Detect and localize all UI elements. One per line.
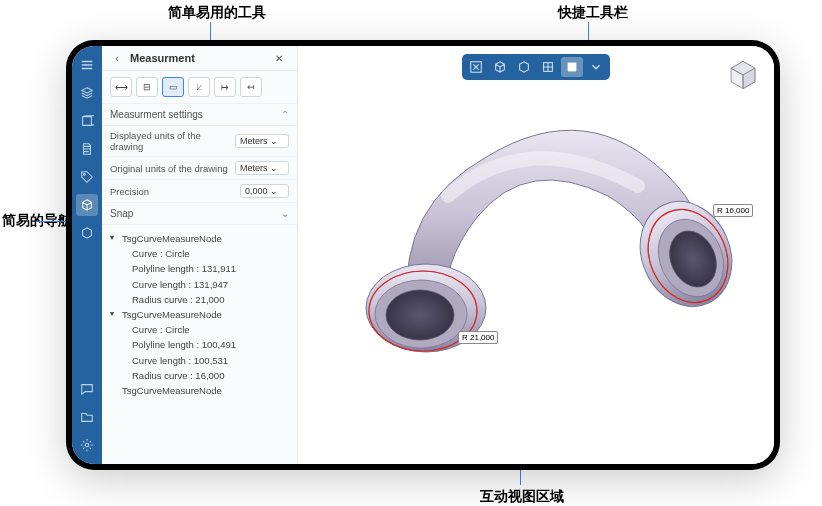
nav-tag-icon[interactable] [76,166,98,188]
tablet-device-frame: ‹ Measurment ✕ ⟷ ⊟ ▭ ⟀ ↦ ↤ Measurment se… [66,40,780,470]
snap-header-label: Snap [110,208,133,219]
measurement-tree: ▾TsgCurveMeasureNode Curve : Circle Poly… [102,225,297,404]
nav-menu-icon[interactable] [76,54,98,76]
tool-angle[interactable]: ⟀ [188,77,210,97]
callout-quickbar-label: 快捷工具栏 [558,4,628,22]
nav-settings-icon[interactable] [76,434,98,456]
chevron-down-icon: ⌄ [281,208,289,219]
tool-row: ⟷ ⊟ ▭ ⟀ ↦ ↤ [102,71,297,104]
original-units-row: Original units of the drawing Meters ⌄ [102,157,297,180]
nav-shape-icon[interactable] [76,110,98,132]
qt-wireframe-icon[interactable] [537,57,559,77]
panel-header: ‹ Measurment ✕ [102,46,297,71]
setting-label: Original units of the drawing [110,163,235,174]
callout-tools-label: 简单易用的工具 [168,4,266,22]
displayed-units-row: Displayed units of the drawing Meters ⌄ [102,126,297,157]
qt-shaded-icon[interactable] [561,57,583,77]
tree-child: Polyline length : 131,911 [110,261,289,276]
tool-dimension[interactable]: ⊟ [136,77,158,97]
tree-child: Radius curve : 16,000 [110,368,289,383]
tree-node[interactable]: TsgCurveMeasureNode [110,383,289,398]
tree-child: Curve : Circle [110,322,289,337]
qt-box-icon[interactable] [489,57,511,77]
nav-cube-icon[interactable] [76,194,98,216]
precision-row: Precision 0,000 ⌄ [102,180,297,203]
setting-label: Precision [110,186,240,197]
qt-fit-icon[interactable] [465,57,487,77]
measurement-panel: ‹ Measurment ✕ ⟷ ⊟ ▭ ⟀ ↦ ↤ Measurment se… [102,46,298,464]
nav-layers-icon[interactable] [76,82,98,104]
snap-section-header[interactable]: Snap ⌄ [102,203,297,225]
tool-point2[interactable]: ↤ [240,77,262,97]
callout-viewport-label: 互动视图区域 [480,488,564,506]
qt-iso-icon[interactable] [513,57,535,77]
settings-header-label: Measurment settings [110,109,203,120]
quick-toolbar [462,54,610,80]
back-icon[interactable]: ‹ [110,53,124,64]
measure-label-right: R 16,000 [713,204,753,217]
svg-point-1 [85,443,89,447]
app-screen: ‹ Measurment ✕ ⟷ ⊟ ▭ ⟀ ↦ ↤ Measurment se… [72,46,774,464]
svg-point-0 [84,174,86,176]
tool-distance[interactable]: ⟷ [110,77,132,97]
close-icon[interactable]: ✕ [275,53,289,64]
settings-section-header[interactable]: Measurment settings ⌃ [102,104,297,126]
tree-child: Polyline length : 100,491 [110,337,289,352]
tree-child: Curve length : 100,531 [110,353,289,368]
qt-more-icon[interactable] [585,57,607,77]
tree-node[interactable]: ▾TsgCurveMeasureNode [110,307,289,322]
pipe-model [328,86,758,386]
svg-rect-4 [568,63,577,72]
chevron-up-icon: ⌃ [281,109,289,120]
tree-child: Curve : Circle [110,246,289,261]
panel-title: Measurment [130,52,275,64]
tree-child: Curve length : 131,947 [110,277,289,292]
svg-point-8 [386,290,454,340]
setting-label: Displayed units of the drawing [110,130,235,152]
tree-node[interactable]: ▾TsgCurveMeasureNode [110,231,289,246]
tool-box-dim[interactable]: ▭ [162,77,184,97]
measure-label-left: R 21,000 [458,331,498,344]
nav-rail [72,46,102,464]
nav-cube2-icon[interactable] [76,222,98,244]
nav-chat-icon[interactable] [76,378,98,400]
tree-child: Radius curve : 21,000 [110,292,289,307]
nav-folder-icon[interactable] [76,406,98,428]
tool-point1[interactable]: ↦ [214,77,236,97]
original-units-select[interactable]: Meters ⌄ [235,161,289,175]
precision-select[interactable]: 0,000 ⌄ [240,184,289,198]
displayed-units-select[interactable]: Meters ⌄ [235,134,289,148]
3d-viewport[interactable]: R 21,000 R 16,000 [298,46,774,464]
nav-document-icon[interactable] [76,138,98,160]
